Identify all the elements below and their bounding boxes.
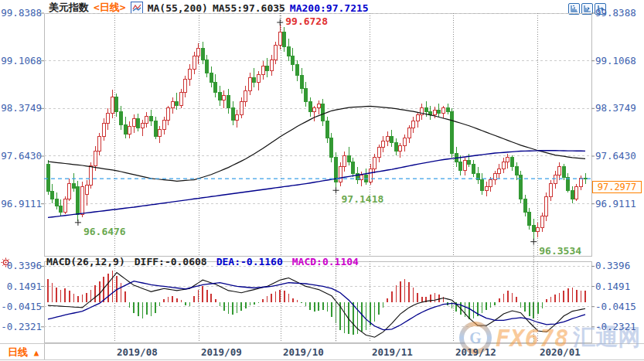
extreme-low-annotation: 96.3534 [539,245,581,257]
price-axis-label-right: 97.6430 [595,150,642,162]
macd-axis-label-left: -0.0415 [0,301,42,312]
date-axis-label: 2019/10 [283,346,324,358]
date-axis-label: 2019/11 [372,346,413,358]
macd-dea-label: DEA:-0.1160 [216,256,283,267]
date-axis-label: 2019/08 [117,346,158,358]
ma200-line [48,151,585,218]
macd-axis-label-right: 0.1491 [595,281,642,292]
last-price-badge: 97.2977 [592,181,642,193]
ma55-line [48,106,585,181]
price-axis-label-right: 99.1068 [595,55,642,66]
macd-diff-label: DIFF:-0.0608 [135,256,207,267]
macd-axis-label-left: -0.2321 [0,321,42,332]
date-row-bottom-divider [0,359,644,360]
macd-axis-label-right: -0.0415 [595,301,642,312]
macd-axis-label-left: 0.1491 [0,281,42,292]
period-tab[interactable]: 日线 ▲ [8,346,39,359]
triangle-up-icon: ▲ [34,348,39,358]
annotation-markers [75,4,537,342]
price-axis-label-left: 97.6430 [0,150,42,162]
extreme-low-annotation: 96.6476 [83,226,126,237]
macd-value-label: MACD:0.1104 [292,256,359,267]
date-axis-label: 2020/01 [540,346,581,358]
chart-window: 美元指数<日线> MA(55,200) MA55:97.6035 MA200:9… [0,0,644,361]
macd-axis-label-right: -0.2321 [595,321,642,332]
date-axis-label: 2019/09 [201,346,242,358]
price-axis-label-right: 99.8388 [595,7,642,19]
macd-axis-label-left: 0.3396 [0,260,42,271]
chart-canvas[interactable] [0,0,644,361]
extreme-high-annotation: 99.6728 [285,15,328,27]
date-axis-label: 2019/12 [455,346,496,358]
period-tab-label: 日线 [8,346,28,358]
pane-borders [44,13,591,359]
macd-settings-label: MACD(26,12,9) [46,256,125,267]
macd-axis-label-right: 0.3396 [595,260,642,271]
price-axis-label-right: 98.3749 [595,102,642,114]
price-axis-label-left: 99.1068 [0,55,42,66]
price-axis-label-left: 99.8388 [0,7,42,19]
extreme-low-annotation: 97.1418 [342,193,384,205]
macd-header: MACD(26,12,9) DIFF:-0.0608 DEA:-0.1160 M… [46,256,359,267]
price-axis-label-left: 96.9111 [0,198,42,209]
grid-horizontal [41,13,595,327]
price-axis-label-right: 96.9111 [595,198,642,209]
price-axis-label-left: 98.3749 [0,102,42,114]
